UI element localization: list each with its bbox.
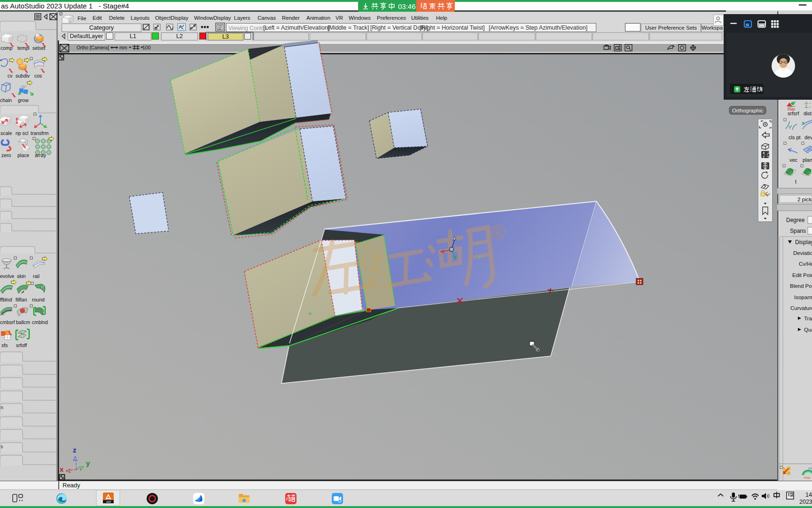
svg-text:dist: dist: [804, 111, 812, 116]
svg-text:cos: cos: [34, 73, 42, 79]
svg-text:subdiv: subdiv: [16, 73, 30, 79]
svg-text:dev: dev: [804, 135, 812, 140]
svg-text:templ: templ: [17, 45, 30, 51]
svg-text:cls pt: cls pt: [789, 135, 801, 140]
svg-text:comp: comp: [0, 45, 13, 51]
svg-text:n: n: [0, 405, 3, 410]
svg-text:mm: mm: [119, 45, 127, 50]
svg-text:Curvature: Curvature: [790, 305, 812, 311]
svg-text:2023/: 2023/: [799, 499, 812, 505]
svg-text:x: x: [60, 465, 64, 473]
svg-text:srfsrf: srfsrf: [788, 111, 799, 116]
svg-text:evolve: evolve: [0, 273, 15, 279]
svg-text:Display: Display: [795, 239, 812, 246]
svg-text:srfoff: srfoff: [16, 342, 27, 348]
svg-text:Degree: Degree: [786, 217, 805, 223]
svg-text:Blend Point: Blend Point: [790, 283, 812, 289]
svg-text:cv: cv: [8, 73, 13, 79]
svg-text:Deviatio: Deviatio: [793, 250, 812, 256]
svg-text:ballcm: ballcm: [16, 319, 31, 325]
svg-text:Cv/Hu: Cv/Hu: [799, 261, 812, 267]
svg-text:Isoparm: Isoparm: [794, 294, 812, 300]
svg-text:chain: chain: [0, 97, 12, 103]
svg-text:Orthographic: Orthographic: [732, 108, 764, 113]
svg-text:®: ®: [491, 221, 505, 243]
svg-text:grow: grow: [18, 97, 29, 103]
svg-text:ffblnd: ffblnd: [0, 297, 12, 302]
svg-text:cmbsrf: cmbsrf: [0, 319, 15, 325]
svg-text:14:2: 14:2: [805, 492, 812, 498]
svg-text:cmblnd: cmblnd: [32, 319, 48, 325]
svg-text:Spans: Spans: [790, 228, 806, 234]
svg-text:sfs: sfs: [1, 342, 8, 348]
svg-text:s: s: [0, 444, 3, 449]
svg-text:Tra: Tra: [804, 316, 812, 321]
svg-text:plan: plan: [803, 157, 812, 163]
svg-text:scale: scale: [0, 130, 12, 136]
svg-text:2 picke: 2 picke: [797, 197, 812, 202]
svg-text:min: min: [808, 467, 812, 470]
svg-text:Qua: Qua: [804, 327, 812, 333]
svg-text:t: t: [795, 179, 796, 184]
svg-text:AST: AST: [106, 500, 111, 503]
svg-text:y: y: [86, 459, 90, 467]
svg-text:zero: zero: [1, 152, 11, 158]
svg-text:skin: skin: [17, 273, 26, 279]
svg-text:array: array: [35, 152, 47, 158]
svg-text:Edit Point: Edit Point: [792, 272, 812, 278]
svg-text:100: 100: [142, 45, 151, 50]
svg-text:filflan: filflan: [16, 297, 27, 302]
svg-text:transfrm: transfrm: [31, 130, 49, 136]
svg-text:+ma: +ma: [804, 476, 810, 479]
svg-text:Ortho [Camera]: Ortho [Camera]: [77, 45, 109, 50]
svg-text:selset: selset: [32, 45, 46, 51]
svg-text:round: round: [32, 297, 45, 302]
svg-text:np scl: np scl: [16, 130, 28, 136]
svg-text:rail: rail: [33, 273, 39, 279]
svg-text:place: place: [17, 152, 29, 158]
svg-text:vec: vec: [789, 157, 798, 163]
svg-text:z: z: [73, 446, 77, 454]
